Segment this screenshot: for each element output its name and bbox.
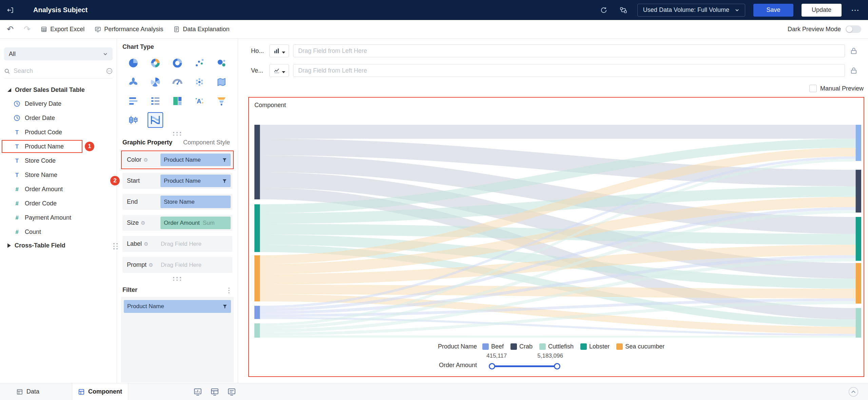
search-input[interactable] <box>14 67 103 75</box>
sidebar-field-order-date[interactable]: Order Date <box>0 111 117 125</box>
legend-item-cuttlefish[interactable]: Cuttlefish <box>539 343 574 350</box>
gear-icon[interactable]: ⚙ <box>143 157 148 163</box>
sidebar-field-order-amount[interactable]: #Order Amount <box>0 182 117 196</box>
legend-title: Product Name <box>249 343 477 350</box>
tab-component[interactable]: Component <box>72 383 128 400</box>
circle-more-icon[interactable] <box>106 68 113 74</box>
slider-handle-min[interactable] <box>489 363 495 369</box>
chart-type-rose-icon[interactable] <box>148 74 163 90</box>
horizontal-axis-type-button[interactable] <box>269 44 289 57</box>
vertical-axis-type-button[interactable] <box>269 64 289 77</box>
section-resize-handle[interactable] <box>171 277 184 281</box>
sidebar-field-count[interactable]: #Count <box>0 225 117 239</box>
filter-menu-icon[interactable]: ⋮ <box>226 287 232 294</box>
start-field-pill[interactable]: Product Name <box>160 175 231 187</box>
svg-text:T: T <box>15 143 19 149</box>
end-field-pill[interactable]: Store Name <box>160 196 231 208</box>
prompt-drop-zone[interactable]: Drag Field Here <box>161 262 201 268</box>
update-button[interactable]: Update <box>802 4 842 17</box>
flow-icon[interactable] <box>618 4 629 16</box>
data-explanation-button[interactable]: Data Explanation <box>173 26 229 33</box>
legend-item-beef[interactable]: Beef <box>482 343 504 350</box>
lock-icon[interactable] <box>850 47 858 55</box>
size-range-slider[interactable] <box>489 362 560 370</box>
tab-graphic-property[interactable]: Graphic Property <box>122 139 172 146</box>
gear-icon[interactable]: ⚙ <box>144 241 148 247</box>
performance-analysis-button[interactable]: Performance Analysis <box>95 26 163 33</box>
collapse-icon[interactable] <box>848 387 859 397</box>
redo-icon[interactable]: ↷ <box>24 24 31 34</box>
sankey-chart[interactable] <box>254 125 861 338</box>
label-drop-zone[interactable]: Drag Field Here <box>161 241 201 247</box>
legend-swatch <box>580 343 587 350</box>
chart-type-treemap-icon[interactable] <box>170 93 185 109</box>
size-field-pill[interactable]: Order AmountSum <box>160 217 231 229</box>
chart-type-wordcloud-icon[interactable]: A <box>192 93 207 109</box>
export-excel-button[interactable]: Export Excel <box>41 26 84 33</box>
manual-preview-checkbox[interactable] <box>809 85 817 92</box>
sidebar-field-store-code[interactable]: TStore Code <box>0 154 117 168</box>
vertical-shelf: Ve... <box>251 64 858 77</box>
new-text-icon[interactable] <box>227 387 236 396</box>
chart-type-sankey-icon[interactable] <box>148 112 163 128</box>
save-button[interactable]: Save <box>753 4 793 17</box>
new-table-icon[interactable] <box>210 387 219 396</box>
chart-type-bubble-icon[interactable] <box>214 55 229 71</box>
page-title: Analysis Subject <box>33 6 88 14</box>
tab-data[interactable]: Data <box>16 383 39 400</box>
slider-values: 415,117 5,183,096 <box>486 353 563 359</box>
panel-resize-handle[interactable] <box>112 242 119 251</box>
lock-icon[interactable] <box>850 66 858 75</box>
horizontal-drop-zone[interactable] <box>293 44 845 57</box>
filter-pill[interactable]: Product Name <box>124 300 231 313</box>
export-excel-icon <box>41 26 47 33</box>
sidebar-field-store-name[interactable]: TStore Name <box>0 168 117 182</box>
slider-track[interactable] <box>489 365 560 367</box>
slider-handle-max[interactable] <box>554 363 560 369</box>
dark-preview-toggle[interactable] <box>846 25 861 33</box>
sidebar-field-product-name[interactable]: TProduct Name1 <box>0 139 117 154</box>
field-scope-select[interactable]: All <box>4 47 113 60</box>
color-field-pill[interactable]: Product Name <box>160 154 231 166</box>
chart-type-map-icon[interactable] <box>214 74 229 90</box>
legend-item-crab[interactable]: Crab <box>510 343 533 350</box>
chart-type-flower-icon[interactable] <box>192 74 207 90</box>
vertical-drop-zone[interactable] <box>293 64 845 77</box>
legend-item-sea-cucumber[interactable]: Sea cucumber <box>616 343 664 350</box>
chart-type-petal-icon[interactable] <box>126 74 141 90</box>
sidebar-field-delivery-date[interactable]: Delivery Date <box>0 97 117 111</box>
field-sidebar: All Order Sales Detail Table <box>0 39 117 383</box>
table-node-cross-table[interactable]: Cross-Table Field <box>0 239 117 252</box>
new-chart-icon[interactable] <box>193 387 202 396</box>
table-node-order-sales[interactable]: Order Sales Detail Table <box>0 83 117 97</box>
more-icon[interactable]: ⋯ <box>850 4 861 16</box>
chart-type-funnel-chart-icon[interactable] <box>214 93 229 109</box>
sidebar-field-payment-amount[interactable]: #Payment Amount <box>0 211 117 225</box>
horizontal-shelf-label: Ho... <box>251 47 267 55</box>
sidebar-field-product-code[interactable]: TProduct Code <box>0 125 117 139</box>
chart-type-bar-h-icon[interactable] <box>126 93 141 109</box>
exit-icon[interactable] <box>0 0 20 20</box>
chart-type-scatter-icon[interactable] <box>192 55 207 71</box>
chart-type-boxplot-icon[interactable] <box>126 112 141 128</box>
refresh-icon[interactable] <box>598 4 610 16</box>
data-volume-select[interactable]: Used Data Volume: Full Volume <box>637 4 745 17</box>
component-card[interactable]: Component Product Name BeefCrabCuttlefis… <box>248 97 864 377</box>
chart-type-index-icon[interactable] <box>148 93 163 109</box>
slider-max-value: 5,183,096 <box>537 353 563 359</box>
chart-type-donut-icon[interactable] <box>170 55 185 71</box>
gear-icon[interactable]: ⚙ <box>149 262 153 268</box>
filter-funnel-icon[interactable] <box>222 157 227 163</box>
text-field-icon: T <box>14 157 20 164</box>
section-resize-handle[interactable] <box>171 132 184 136</box>
filter-funnel-icon[interactable] <box>222 178 227 184</box>
sidebar-field-order-code[interactable]: #Order Code <box>0 196 117 211</box>
chart-type-gauge-icon[interactable] <box>170 74 185 90</box>
chart-type-pie-multi-icon[interactable] <box>148 55 163 71</box>
undo-icon[interactable]: ↶ <box>7 24 14 34</box>
chart-type-pie-icon[interactable] <box>126 55 141 71</box>
filter-funnel-icon[interactable] <box>222 304 228 309</box>
gear-icon[interactable]: ⚙ <box>141 220 145 226</box>
tab-component-style[interactable]: Component Style <box>183 139 230 146</box>
legend-item-lobster[interactable]: Lobster <box>580 343 610 350</box>
